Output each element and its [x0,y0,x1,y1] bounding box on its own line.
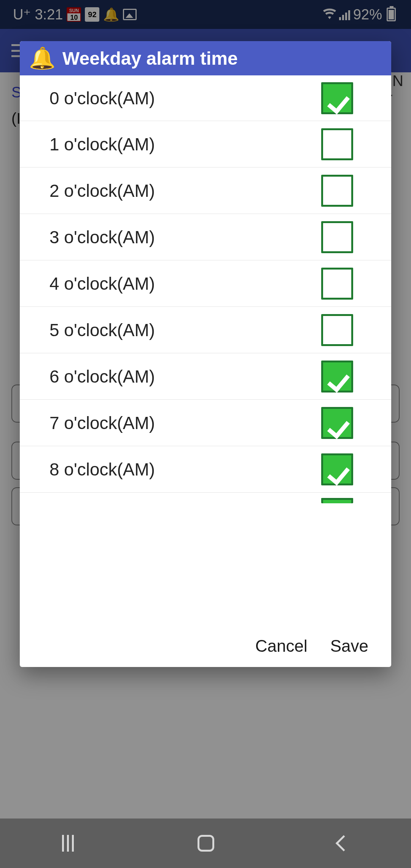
alarm-time-row[interactable]: 2 o'clock(AM) [20,168,391,214]
save-button[interactable]: Save [330,637,368,656]
alarm-time-checkbox[interactable] [321,453,353,485]
alarm-time-label: 0 o'clock(AM) [49,88,155,108]
alarm-time-label: 2 o'clock(AM) [49,180,155,201]
alarm-time-row[interactable]: 1 o'clock(AM) [20,121,391,168]
alarm-time-list[interactable]: 0 o'clock(AM)1 o'clock(AM)2 o'clock(AM)3… [20,75,391,625]
system-nav-bar [0,819,411,868]
alarm-time-label: 3 o'clock(AM) [49,227,155,247]
alarm-time-checkbox[interactable] [321,407,353,439]
dialog-actions: Cancel Save [20,625,391,667]
alarm-time-row[interactable]: 3 o'clock(AM) [20,214,391,260]
alarm-time-label: 7 o'clock(AM) [49,413,155,433]
weekday-alarm-dialog: 🔔 Weekday alarm time 0 o'clock(AM)1 o'cl… [20,41,391,667]
alarm-time-checkbox[interactable] [321,82,353,114]
home-button[interactable] [198,835,214,852]
dialog-title: Weekday alarm time [62,48,238,69]
alarm-time-checkbox[interactable] [321,361,353,393]
alarm-time-row-partial: . [20,493,391,509]
alarm-time-row[interactable]: 8 o'clock(AM) [20,446,391,493]
alarm-time-checkbox[interactable] [321,268,353,300]
recent-apps-button[interactable] [62,835,74,852]
cancel-button[interactable]: Cancel [255,637,307,656]
alarm-time-checkbox[interactable] [321,314,353,346]
alarm-time-label: 8 o'clock(AM) [49,459,155,480]
alarm-time-checkbox [321,498,353,503]
alarm-time-row[interactable]: 6 o'clock(AM) [20,353,391,400]
alarm-time-label: 6 o'clock(AM) [49,366,155,387]
alarm-time-label: 1 o'clock(AM) [49,134,155,155]
alarm-time-checkbox[interactable] [321,175,353,207]
alarm-time-checkbox[interactable] [321,128,353,160]
alarm-time-row[interactable]: 4 o'clock(AM) [20,260,391,307]
alarm-time-checkbox[interactable] [321,221,353,253]
dialog-header: 🔔 Weekday alarm time [20,41,391,75]
back-button[interactable] [335,835,351,851]
alarm-time-row[interactable]: 5 o'clock(AM) [20,307,391,353]
alarm-time-label: 4 o'clock(AM) [49,273,155,294]
alarm-time-label: 5 o'clock(AM) [49,320,155,340]
alarm-time-row[interactable]: 7 o'clock(AM) [20,400,391,446]
bell-icon: 🔔 [29,46,56,71]
alarm-time-row[interactable]: 0 o'clock(AM) [20,75,391,121]
